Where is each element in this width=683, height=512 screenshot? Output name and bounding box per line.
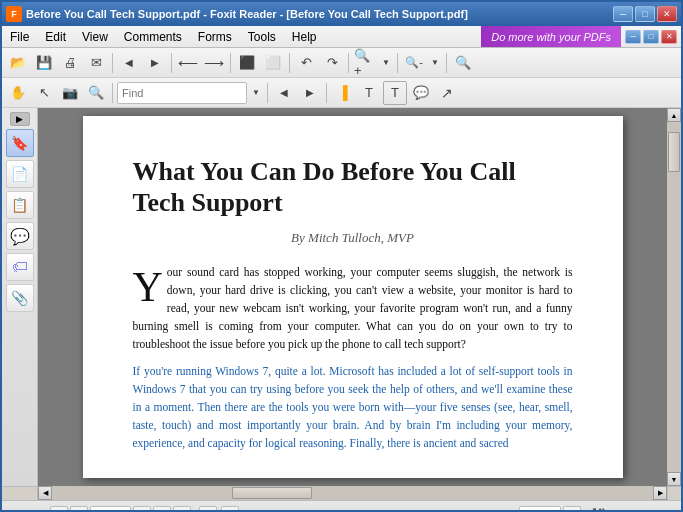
drop-cap: Y	[133, 264, 167, 304]
two-page-icon[interactable]: ▦	[655, 506, 675, 513]
page-number-display[interactable]: 1 / 12	[90, 506, 132, 513]
close-button[interactable]: ✕	[657, 6, 677, 22]
sep-t2-3	[326, 83, 327, 103]
zoom-fit-button[interactable]: 🔍	[451, 51, 475, 75]
panel-bookmark-icon[interactable]: 🔖	[6, 129, 34, 157]
title-bar-controls: ─ □ ✕	[613, 6, 677, 22]
pdf-para1-text: our sound card has stopped working, your…	[133, 266, 573, 349]
minimize-button[interactable]: ─	[613, 6, 633, 22]
highlight-tool[interactable]: ▐	[331, 81, 355, 105]
pdf-paragraph1: Your sound card has stopped working, you…	[133, 264, 573, 353]
next-result-button[interactable]: ▶	[298, 81, 322, 105]
toolbar1: 📂 💾 🖨 ✉ ◀ ▶ ⟵ ⟶ ⬛ ⬜ ↶ ↷ 🔍+ ▼ 🔍- ▼ 🔍	[2, 48, 681, 78]
snapshot-tool[interactable]: 📷	[58, 81, 82, 105]
menu-file[interactable]: File	[2, 26, 37, 47]
scroll-up-button[interactable]: ▲	[667, 108, 681, 122]
separator3	[230, 53, 231, 73]
panel-comment-icon[interactable]: 💬	[6, 222, 34, 250]
search-input[interactable]	[117, 82, 247, 104]
panel-layer-icon[interactable]: 📋	[6, 191, 34, 219]
menu-view[interactable]: View	[74, 26, 116, 47]
redo-button[interactable]: ↷	[320, 51, 344, 75]
title-bar-left: F Before You Call Tech Support.pdf - Fox…	[6, 6, 468, 22]
continuous-page-icon[interactable]: ▥	[633, 506, 653, 513]
prev-result-button[interactable]: ◀	[272, 81, 296, 105]
separator2	[171, 53, 172, 73]
zoom-dropdown-button[interactable]: ▼	[563, 506, 581, 513]
save-status-icon[interactable]: 💾	[589, 506, 609, 513]
menu-forms[interactable]: Forms	[190, 26, 240, 47]
search-dropdown[interactable]: ▼	[249, 81, 263, 105]
pdf-page: What You Can Do Before You Call Tech Sup…	[83, 116, 623, 478]
last-page-button[interactable]: ▶▶	[173, 506, 191, 513]
zoom-in-button[interactable]: 🔍+	[353, 51, 377, 75]
sub-minimize[interactable]: ─	[625, 30, 641, 44]
scroll-track[interactable]	[667, 122, 681, 472]
sep-t2-2	[267, 83, 268, 103]
print-button[interactable]: 🖨	[58, 51, 82, 75]
left-panel: ▶ 🔖 📄 📋 💬 🏷 📎	[2, 108, 38, 486]
panel-collapse-arrow[interactable]: ▶	[10, 112, 30, 126]
go-forward-button[interactable]: →	[221, 506, 239, 513]
back-button[interactable]: ⟵	[176, 51, 200, 75]
pdf-area: What You Can Do Before You Call Tech Sup…	[38, 108, 667, 486]
bottom-area: ◀ ▶ Ready ◀◀ ◀ 1 / 12 ▼ ▶ ▶▶ ← →	[2, 486, 681, 512]
toolbar2: ✋ ↖ 📷 🔍 ▼ ◀ ▶ ▐ T T 💬 ↗	[2, 78, 681, 108]
arrow-tool[interactable]: ↗	[435, 81, 459, 105]
status-ready: Ready	[8, 509, 40, 513]
typewriter-tool[interactable]: T	[357, 81, 381, 105]
fit-button[interactable]: ⬜	[261, 51, 285, 75]
menu-help[interactable]: Help	[284, 26, 325, 47]
scroll-corner-left	[2, 486, 38, 500]
window-title: Before You Call Tech Support.pdf - Foxit…	[26, 8, 468, 20]
search-tool[interactable]: 🔍	[84, 81, 108, 105]
scroll-left-button[interactable]: ◀	[38, 486, 52, 500]
sep-t2-1	[112, 83, 113, 103]
zoom-display[interactable]: 100%	[519, 506, 561, 513]
sub-window-controls: ─ □ ✕	[621, 30, 681, 44]
prev-page-button[interactable]: ◀	[70, 506, 88, 513]
menu-comments[interactable]: Comments	[116, 26, 190, 47]
save-button[interactable]: 💾	[32, 51, 56, 75]
scroll-down-button[interactable]: ▼	[667, 472, 681, 486]
go-back-button[interactable]: ←	[199, 506, 217, 513]
select-button[interactable]: ⬛	[235, 51, 259, 75]
hand-tool[interactable]: ✋	[6, 81, 30, 105]
zoom-out-dropdown[interactable]: ▼	[428, 51, 442, 75]
app-icon: F	[6, 6, 22, 22]
forward-button[interactable]: ⟶	[202, 51, 226, 75]
callout-tool[interactable]: 💬	[409, 81, 433, 105]
h-scroll-thumb[interactable]	[232, 487, 312, 499]
zoom-area: 100% ▼	[519, 506, 581, 513]
next-button[interactable]: ▶	[143, 51, 167, 75]
panel-tag-icon[interactable]: 🏷	[6, 253, 34, 281]
email-button[interactable]: ✉	[84, 51, 108, 75]
page-dropdown-button[interactable]: ▼	[133, 506, 151, 513]
select-text-tool[interactable]: ↖	[32, 81, 56, 105]
panel-clip-icon[interactable]: 📎	[6, 284, 34, 312]
prev-button[interactable]: ◀	[117, 51, 141, 75]
separator1	[112, 53, 113, 73]
h-scroll-track[interactable]	[52, 486, 653, 500]
maximize-button[interactable]: □	[635, 6, 655, 22]
zoom-out-button[interactable]: 🔍-	[402, 51, 426, 75]
sub-maximize[interactable]: □	[643, 30, 659, 44]
panel-page-icon[interactable]: 📄	[6, 160, 34, 188]
status-icons: 💾 ▤ ▥ ▦	[589, 506, 675, 513]
next-page-button[interactable]: ▶	[153, 506, 171, 513]
first-page-button[interactable]: ◀◀	[50, 506, 68, 513]
scroll-thumb[interactable]	[668, 132, 680, 172]
open-button[interactable]: 📂	[6, 51, 30, 75]
horizontal-scrollbar: ◀ ▶	[2, 486, 681, 500]
zoom-in-dropdown[interactable]: ▼	[379, 51, 393, 75]
menu-tools[interactable]: Tools	[240, 26, 284, 47]
scroll-right-button[interactable]: ▶	[653, 486, 667, 500]
menu-edit[interactable]: Edit	[37, 26, 74, 47]
single-page-icon[interactable]: ▤	[611, 506, 631, 513]
text-box-tool[interactable]: T	[383, 81, 407, 105]
undo-button[interactable]: ↶	[294, 51, 318, 75]
page-navigation: ◀◀ ◀ 1 / 12 ▼ ▶ ▶▶	[50, 506, 192, 513]
sub-close[interactable]: ✕	[661, 30, 677, 44]
menu-bar: File Edit View Comments Forms Tools Help…	[2, 26, 681, 48]
menu-brand: Do more with your PDFs	[481, 26, 621, 47]
